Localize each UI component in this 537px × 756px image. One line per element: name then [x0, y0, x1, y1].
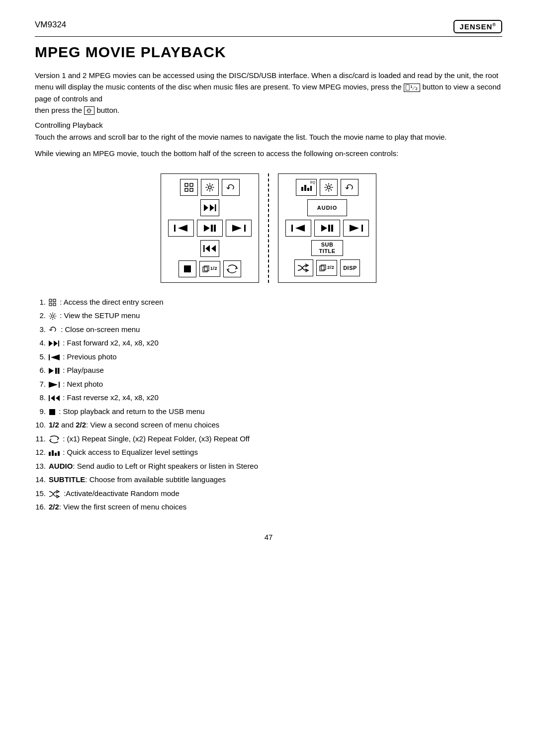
- list-item-11: 11. : (x1) Repeat Single, (x2) Repeat Fo…: [35, 433, 502, 445]
- svg-rect-3: [190, 188, 193, 191]
- grid-icon-inline: ⯐: [84, 106, 94, 115]
- list-item-8: 8. : Fast reverse x2, x4, x8, x20: [35, 392, 502, 404]
- page-header: VM9324 JENSEN®: [35, 20, 502, 37]
- grid-button[interactable]: [180, 179, 198, 196]
- svg-marker-45: [49, 368, 54, 374]
- svg-marker-27: [295, 225, 305, 232]
- prev-icon-list: [49, 354, 60, 361]
- next-icon-list: [49, 381, 60, 388]
- svg-rect-22: [304, 185, 306, 191]
- controlling-playback-title: Controlling Playback: [35, 121, 502, 129]
- svg-rect-1: [190, 183, 193, 186]
- rew-icon-list: [49, 395, 60, 402]
- svg-marker-40: [49, 340, 53, 346]
- prev-track-button-2[interactable]: [285, 220, 311, 237]
- ff-icon-list: [49, 340, 60, 347]
- fast-forward-button[interactable]: [200, 199, 219, 216]
- intro-paragraph: Version 1 and 2 MPEG movies can be acces…: [35, 70, 502, 116]
- svg-rect-0: [185, 183, 188, 186]
- stop-button[interactable]: [179, 260, 196, 277]
- random-button[interactable]: [294, 259, 313, 276]
- svg-marker-17: [205, 245, 210, 252]
- svg-rect-38: [53, 303, 56, 306]
- svg-rect-21: [301, 187, 303, 191]
- page-icon-inline: ⎕¹⁄₂: [404, 84, 421, 92]
- rewind-button[interactable]: [200, 240, 219, 257]
- svg-rect-37: [49, 303, 52, 306]
- svg-marker-52: [51, 395, 55, 401]
- svg-rect-50: [49, 395, 50, 401]
- panel2-row3: [285, 220, 369, 237]
- svg-rect-29: [328, 225, 330, 232]
- disp-button[interactable]: DISP: [340, 259, 360, 276]
- svg-rect-7: [215, 204, 216, 211]
- panel-divider: [268, 173, 269, 283]
- svg-rect-54: [49, 452, 51, 456]
- panel2-row4: SUBTITLE: [311, 240, 343, 256]
- back-button[interactable]: [222, 179, 240, 196]
- svg-point-39: [52, 315, 54, 318]
- list-item-2: 2. : View the SETUP menu: [35, 310, 502, 322]
- list-item-12: 12. : Quick access to Equalizer level se…: [35, 447, 502, 458]
- svg-rect-49: [59, 382, 60, 388]
- stop-icon-list: [49, 409, 56, 416]
- eq-button[interactable]: EQ: [296, 179, 317, 196]
- svg-rect-18: [184, 265, 191, 272]
- audio-button[interactable]: AUDIO: [307, 199, 347, 216]
- controlling-para-1: Touch the arrows and scroll bar to the r…: [35, 131, 502, 143]
- svg-marker-13: [232, 225, 242, 232]
- svg-rect-15: [203, 245, 205, 252]
- svg-rect-26: [291, 225, 293, 232]
- svg-marker-28: [321, 225, 327, 232]
- list-item-10: 10. 1/2 and 2/2: View a second screen of…: [35, 420, 502, 431]
- svg-marker-9: [178, 225, 187, 232]
- panel1-row4: [200, 240, 219, 257]
- eq-icon-list: [49, 449, 60, 457]
- svg-marker-41: [54, 340, 58, 346]
- back-icon-list: [49, 326, 58, 334]
- svg-rect-35: [49, 299, 52, 302]
- svg-rect-2: [185, 188, 188, 191]
- gear-button[interactable]: [201, 179, 219, 196]
- list-item-9: 9. : Stop playback and return to the USB…: [35, 406, 502, 418]
- svg-rect-23: [307, 188, 309, 191]
- grid-icon: [49, 299, 57, 307]
- svg-marker-10: [204, 225, 210, 232]
- svg-marker-31: [350, 225, 359, 232]
- feature-list: 1. : Access the direct entry screen 2. :…: [35, 297, 502, 513]
- svg-rect-32: [361, 225, 363, 232]
- panel1-row3: [168, 220, 252, 237]
- play-pause-button-2[interactable]: [314, 220, 340, 237]
- svg-rect-36: [53, 299, 56, 302]
- subtitle-button[interactable]: SUBTITLE: [311, 240, 343, 256]
- next-track-button-2[interactable]: [343, 220, 369, 237]
- list-item-16: 16. 2/2: View the first screen of menu c…: [35, 502, 502, 513]
- prev-track-button[interactable]: [168, 220, 194, 237]
- gear-button-2[interactable]: [320, 179, 338, 196]
- playpause-icon-list: [49, 367, 60, 374]
- svg-marker-44: [51, 354, 60, 360]
- svg-rect-53: [49, 409, 55, 415]
- repeat-button[interactable]: [223, 260, 241, 277]
- svg-rect-14: [244, 225, 246, 232]
- svg-rect-24: [310, 186, 312, 191]
- page-1-2-button[interactable]: 1/2: [199, 261, 220, 277]
- play-pause-button[interactable]: [197, 220, 223, 237]
- svg-point-25: [327, 186, 330, 189]
- svg-rect-11: [211, 225, 213, 232]
- panel1-row5: 1/2: [179, 260, 241, 277]
- back-button-2[interactable]: [341, 179, 358, 196]
- list-item-5: 5. : Previous photo: [35, 351, 502, 363]
- panel2-row2: AUDIO: [307, 199, 347, 216]
- brand-logo: JENSEN®: [453, 20, 502, 33]
- svg-marker-5: [204, 204, 208, 211]
- svg-rect-46: [55, 368, 57, 374]
- svg-rect-42: [58, 340, 59, 346]
- svg-rect-30: [331, 225, 333, 232]
- controls-diagram: 1/2: [35, 173, 502, 283]
- next-track-button[interactable]: [226, 220, 252, 237]
- page-2-2-button[interactable]: 2/2: [316, 260, 337, 276]
- list-item-4: 4. : Fast forward x2, x4, x8, x20: [35, 337, 502, 349]
- panel2-row5: 2/2 DISP: [294, 259, 360, 276]
- panel1-row1: [180, 179, 240, 196]
